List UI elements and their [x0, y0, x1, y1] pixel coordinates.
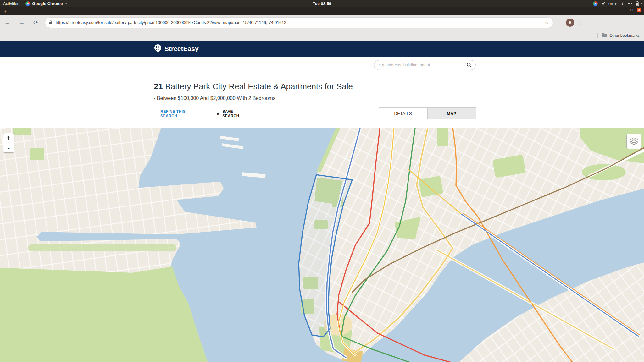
keyboard-layout-menu[interactable]: en ▼	[608, 1, 617, 6]
battery-menu[interactable]: ▼	[636, 1, 643, 6]
chevron-down-icon: ▼	[614, 3, 617, 6]
brand-name: StreetEasy	[164, 45, 199, 52]
search-criteria: - Between $100,000 And $2,000,000 With 2…	[154, 96, 275, 101]
browser-menu-icon[interactable]: ⋮	[574, 19, 588, 25]
close-button[interactable]: ×	[637, 8, 641, 12]
app-indicator-icon[interactable]	[601, 1, 605, 6]
minimize-button[interactable]: —	[622, 8, 626, 12]
map-canvas[interactable]: + -	[0, 128, 644, 362]
chrome-status-icon[interactable]	[593, 1, 598, 6]
other-bookmarks-label: Other bookmarks	[609, 33, 640, 38]
forward-button[interactable]: →	[14, 19, 29, 26]
folder-icon	[602, 34, 607, 37]
profile-avatar[interactable]: E	[566, 19, 574, 27]
site-search-input[interactable]	[378, 62, 467, 68]
other-bookmarks-button[interactable]: Other bookmarks	[597, 33, 640, 38]
save-search-label: SAVE SEARCH	[222, 109, 248, 118]
maximize-button[interactable]: ▢	[629, 8, 634, 12]
streeteasy-pin-icon	[154, 44, 162, 53]
map-layers-button[interactable]	[626, 134, 641, 149]
search-icon[interactable]	[467, 63, 472, 68]
listing-header: 21 Battery Park City Real Estate & Apart…	[0, 73, 644, 128]
chevron-down-icon: ▼	[65, 2, 68, 5]
zoom-out-button[interactable]: -	[3, 143, 14, 152]
refine-search-button[interactable]: REFINE THIS SEARCH	[154, 108, 204, 119]
app-menu[interactable]: Google Chrome ▼	[22, 0, 70, 7]
page-title-text: Battery Park City Real Estate & Apartmen…	[165, 82, 353, 91]
site-search[interactable]	[374, 60, 476, 70]
activities-label: Activities	[3, 1, 19, 6]
ubuntu-top-bar: Activities Google Chrome ▼ Tue 08:59 en …	[0, 0, 644, 7]
clock-menu[interactable]: Tue 08:59	[313, 1, 331, 6]
new-tab-button[interactable]: +	[0, 8, 10, 15]
zoom-in-button[interactable]: +	[3, 133, 14, 143]
map-base-layer	[0, 128, 644, 362]
volume-icon[interactable]	[628, 2, 632, 5]
browser-tab-strip: + — ▢ ×	[0, 7, 644, 15]
streeteasy-logo[interactable]: StreetEasy	[154, 44, 199, 53]
address-bar[interactable]: ☆	[45, 17, 553, 28]
lock-icon	[49, 20, 53, 25]
details-tab[interactable]: DETAILS	[379, 108, 427, 119]
page-title: 21 Battery Park City Real Estate & Apart…	[154, 82, 353, 91]
star-icon: ★	[216, 112, 220, 116]
result-count: 21	[154, 82, 163, 91]
browser-toolbar: ← → ⟳ ☆ E ⋮	[0, 15, 644, 30]
reload-button[interactable]: ⟳	[29, 19, 42, 26]
bookmarks-bar: Other bookmarks	[0, 30, 644, 41]
streeteasy-nav	[0, 57, 644, 73]
chrome-logo-icon	[25, 1, 30, 6]
view-toggle: DETAILS MAP	[379, 107, 476, 119]
toolbar-divider	[562, 19, 562, 26]
app-menu-label: Google Chrome	[32, 1, 63, 6]
save-search-button[interactable]: ★ SAVE SEARCH	[210, 108, 254, 119]
window-controls: — ▢ ×	[622, 8, 641, 12]
back-button[interactable]: ←	[0, 19, 14, 26]
activities-button[interactable]: Activities	[0, 0, 22, 7]
streeteasy-header: StreetEasy	[0, 41, 644, 57]
wifi-icon[interactable]	[620, 2, 625, 5]
bookmark-star-icon[interactable]: ☆	[545, 19, 549, 25]
map-tab[interactable]: MAP	[427, 108, 476, 119]
keyboard-layout-label: en	[608, 1, 613, 6]
map-zoom-control: + -	[3, 133, 14, 153]
map-attribution	[639, 360, 643, 361]
layers-icon	[630, 137, 638, 145]
battery-icon	[636, 1, 639, 6]
url-input[interactable]	[55, 20, 542, 25]
chevron-down-icon: ▼	[640, 2, 643, 5]
